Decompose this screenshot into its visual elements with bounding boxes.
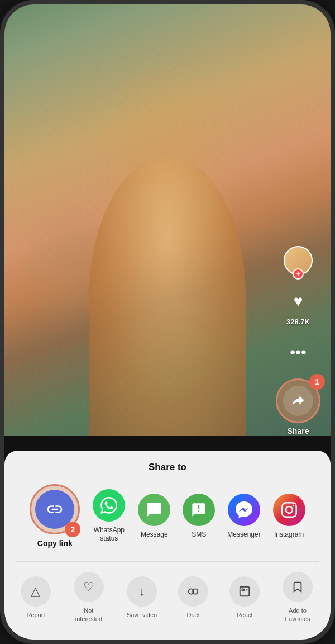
- like-count: 328.7K: [286, 318, 310, 326]
- share-badge: 1: [309, 374, 325, 390]
- messenger-label: Messenger: [227, 531, 260, 539]
- copy-link-button[interactable]: 2 Copy link: [30, 484, 80, 548]
- add-to-favorites-action[interactable]: Add to Favorites: [281, 572, 314, 623]
- messenger-share-button[interactable]: Messenger: [227, 494, 260, 539]
- share-icon-wrap: [283, 386, 313, 416]
- duet-icon: [178, 576, 208, 607]
- report-action[interactable]: △ Report: [21, 576, 51, 619]
- message-label: Message: [141, 531, 168, 539]
- react-label: React: [237, 611, 253, 619]
- divider: [16, 561, 319, 562]
- share-label: Share: [288, 427, 309, 435]
- duet-label: Duet: [187, 611, 200, 619]
- comment-button[interactable]: •••: [284, 338, 312, 366]
- phone-frame: + ♥ 328.7K ••• Share 1 Share to: [0, 0, 335, 644]
- instagram-share-button[interactable]: Instagram: [273, 494, 305, 539]
- svg-rect-2: [240, 586, 250, 596]
- save-video-label: Save video: [127, 611, 157, 619]
- save-video-action[interactable]: ↓ Save video: [127, 576, 157, 619]
- messenger-icon: [228, 494, 260, 526]
- share-apps-row: 2 Copy link WhatsApp status: [4, 484, 331, 548]
- share-button[interactable]: Share 1: [276, 378, 320, 435]
- message-icon: [138, 494, 170, 526]
- creator-avatar[interactable]: +: [284, 246, 313, 275]
- not-interested-label: Not interested: [72, 607, 106, 623]
- copy-link-badge: 2: [65, 522, 80, 537]
- whatsapp-label: WhatsApp status: [92, 526, 126, 543]
- copy-link-highlight: 2: [30, 484, 80, 534]
- sms-share-button[interactable]: SMS: [183, 494, 215, 539]
- follow-plus-badge: +: [293, 268, 304, 280]
- instagram-label: Instagram: [274, 531, 304, 539]
- heart-icon: ♥: [284, 287, 312, 315]
- instagram-icon: [273, 494, 305, 526]
- not-interested-icon: ♡: [74, 572, 104, 602]
- report-icon: △: [21, 576, 51, 607]
- sms-icon: [183, 494, 215, 526]
- sms-label: SMS: [192, 531, 206, 539]
- not-interested-action[interactable]: ♡ Not interested: [72, 572, 106, 623]
- copy-link-label: Copy link: [37, 539, 73, 548]
- duet-action[interactable]: Duet: [178, 576, 208, 619]
- react-icon: [229, 576, 260, 607]
- actions-row: △ Report ♡ Not interested ↓ Save video D…: [4, 572, 331, 623]
- message-share-button[interactable]: Message: [138, 494, 170, 539]
- svg-rect-3: [242, 589, 244, 591]
- report-label: Report: [26, 611, 45, 619]
- whatsapp-icon: [93, 489, 125, 522]
- add-to-favorites-label: Add to Favorites: [281, 607, 314, 623]
- whatsapp-share-button[interactable]: WhatsApp status: [92, 489, 126, 543]
- share-to-title: Share to: [4, 462, 331, 473]
- save-video-icon: ↓: [127, 576, 157, 607]
- share-bottom-sheet: Share to 2 Copy link: [4, 451, 331, 640]
- right-sidebar: + ♥ 328.7K ••• Share 1: [276, 246, 320, 435]
- react-action[interactable]: React: [229, 576, 260, 619]
- comment-icon: •••: [284, 338, 312, 366]
- like-button[interactable]: ♥ 328.7K: [284, 287, 312, 326]
- add-to-favorites-icon: [283, 572, 313, 602]
